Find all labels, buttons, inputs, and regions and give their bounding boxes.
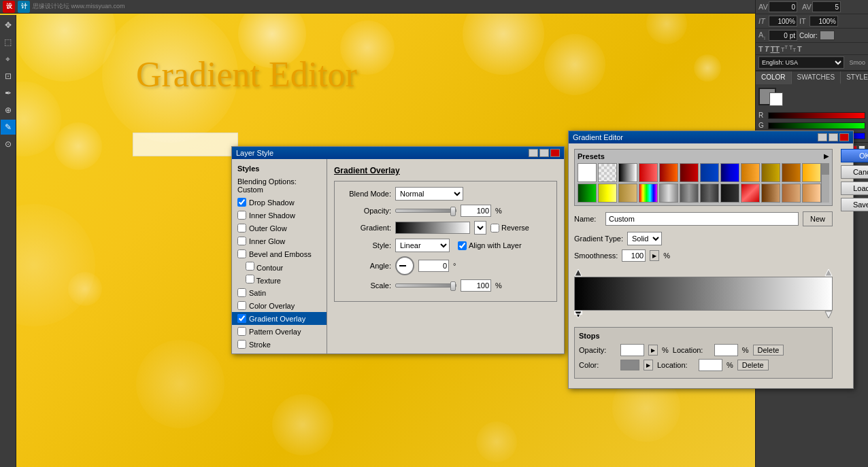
- tool-patch[interactable]: ⊕: [1, 103, 16, 118]
- preset-15[interactable]: [618, 184, 637, 203]
- location-input-2[interactable]: [699, 359, 722, 371]
- delete-button-1[interactable]: Delete: [753, 345, 784, 356]
- preset-5[interactable]: [659, 163, 678, 182]
- opacity-stop-right[interactable]: [824, 267, 833, 278]
- smoothness-input[interactable]: [622, 249, 646, 262]
- texture-checkbox[interactable]: [246, 275, 254, 283]
- tab-swatches[interactable]: SWATCHES: [792, 71, 841, 84]
- gradient-overlay-checkbox[interactable]: [237, 314, 246, 323]
- background-color[interactable]: [769, 92, 783, 106]
- opacity-stop-left[interactable]: [574, 267, 582, 278]
- outer-glow-item[interactable]: Outer Glow: [232, 222, 327, 235]
- gradient-overlay-item[interactable]: Gradient Overlay: [232, 312, 327, 325]
- preset-8[interactable]: [720, 163, 739, 182]
- gradient-bar[interactable]: [574, 277, 833, 311]
- preset-22[interactable]: [761, 184, 780, 203]
- ok-button[interactable]: OK: [841, 149, 868, 162]
- opacity-stop-arrow[interactable]: ▶: [648, 345, 658, 356]
- tool-crop[interactable]: ⊡: [1, 69, 16, 84]
- dialog-maximize[interactable]: [539, 149, 549, 157]
- tool-clone[interactable]: ⊙: [1, 137, 16, 152]
- preset-21[interactable]: [741, 184, 760, 203]
- type-btn-T3[interactable]: TT: [770, 45, 779, 53]
- inner-glow-item[interactable]: Inner Glow: [232, 235, 327, 247]
- preset-16[interactable]: [639, 184, 658, 203]
- preset-19[interactable]: [700, 184, 719, 203]
- opacity-input[interactable]: [461, 205, 491, 217]
- tool-brush[interactable]: ✎: [1, 120, 16, 135]
- ge-maximize[interactable]: [829, 133, 838, 141]
- type-btn-T1[interactable]: T: [758, 45, 763, 53]
- color-stop-left[interactable]: [574, 311, 582, 322]
- delete-button-2[interactable]: Delete: [737, 360, 769, 370]
- texture-item[interactable]: Texture: [232, 273, 327, 286]
- type-btn-T4[interactable]: TT: [781, 44, 788, 53]
- scale-input[interactable]: [461, 279, 491, 292]
- scale-slider[interactable]: [395, 283, 456, 288]
- preset-12[interactable]: [802, 163, 821, 182]
- cancel-button[interactable]: Cancel: [841, 165, 868, 179]
- tab-styles[interactable]: STYLES: [841, 71, 868, 84]
- blend-mode-select[interactable]: Normal: [395, 187, 463, 201]
- preset-7[interactable]: [700, 163, 719, 182]
- gradient-type-select[interactable]: Solid: [627, 232, 662, 245]
- ge-minimize[interactable]: [818, 133, 827, 141]
- tool-select[interactable]: ⬚: [1, 35, 16, 50]
- preset-14[interactable]: [598, 184, 617, 203]
- style-select[interactable]: Linear: [395, 239, 450, 252]
- vertical-scale-input[interactable]: [769, 16, 797, 27]
- language-select[interactable]: English: USA: [758, 56, 844, 69]
- preset-9[interactable]: [741, 163, 760, 182]
- ge-close[interactable]: [839, 133, 849, 141]
- color-swatch-small[interactable]: [820, 31, 835, 40]
- type-btn-T2[interactable]: T: [765, 45, 769, 53]
- presets-scrollbar[interactable]: [821, 163, 829, 203]
- pattern-overlay-item[interactable]: Pattern Overlay: [232, 325, 327, 338]
- new-button[interactable]: New: [803, 211, 833, 226]
- dialog-close[interactable]: [550, 149, 560, 157]
- load-button[interactable]: Load...: [841, 181, 868, 195]
- opacity-stop-input[interactable]: [620, 344, 644, 356]
- stroke-checkbox[interactable]: [237, 340, 246, 349]
- blending-options-item[interactable]: Blending Options: Custom: [232, 175, 327, 196]
- color-stop-right[interactable]: [824, 311, 833, 322]
- preset-20[interactable]: [720, 184, 739, 203]
- gradient-dropdown[interactable]: ▼: [474, 221, 486, 235]
- satin-checkbox[interactable]: [237, 288, 246, 297]
- inner-glow-checkbox[interactable]: [237, 237, 246, 245]
- presets-arrow[interactable]: ▶: [824, 152, 829, 160]
- save-button[interactable]: Save...: [841, 198, 868, 211]
- angle-dial[interactable]: [395, 256, 414, 275]
- tab-color[interactable]: COLOR: [756, 71, 792, 84]
- scale-thumb[interactable]: [450, 281, 456, 291]
- opacity-slider[interactable]: [395, 209, 456, 213]
- color-stop-preview[interactable]: [620, 360, 639, 370]
- color-overlay-checkbox[interactable]: [237, 301, 246, 310]
- g-slider[interactable]: [768, 122, 865, 129]
- tool-eyedropper[interactable]: ✒: [1, 86, 16, 101]
- contour-item[interactable]: Contour: [232, 260, 327, 273]
- bevel-emboss-checkbox[interactable]: [237, 249, 246, 258]
- baseline-input[interactable]: [769, 30, 797, 41]
- name-input[interactable]: [605, 212, 799, 226]
- pattern-overlay-checkbox[interactable]: [237, 327, 246, 336]
- inner-shadow-item[interactable]: Inner Shadow: [232, 209, 327, 222]
- preset-18[interactable]: [680, 184, 699, 203]
- preset-3[interactable]: [618, 163, 637, 182]
- preset-1[interactable]: [578, 163, 597, 182]
- color-stop-arrow[interactable]: ▶: [644, 360, 653, 370]
- preset-2[interactable]: [598, 163, 617, 182]
- location-input-1[interactable]: [714, 344, 738, 356]
- stroke-item[interactable]: Stroke: [232, 338, 327, 351]
- color-overlay-item[interactable]: Color Overlay: [232, 299, 327, 312]
- tool-lasso[interactable]: ⌖: [1, 52, 16, 67]
- preset-17[interactable]: [659, 184, 678, 203]
- type-btn-T5[interactable]: TT: [789, 44, 796, 53]
- kerning-input[interactable]: [812, 1, 841, 12]
- inner-shadow-checkbox[interactable]: [237, 211, 246, 220]
- tool-move[interactable]: ✥: [1, 18, 16, 33]
- presets-scrollbar-thumb[interactable]: [822, 163, 829, 175]
- align-checkbox[interactable]: [458, 241, 467, 250]
- bevel-emboss-item[interactable]: Bevel and Emboss: [232, 247, 327, 260]
- horizontal-scale-input[interactable]: [809, 16, 838, 27]
